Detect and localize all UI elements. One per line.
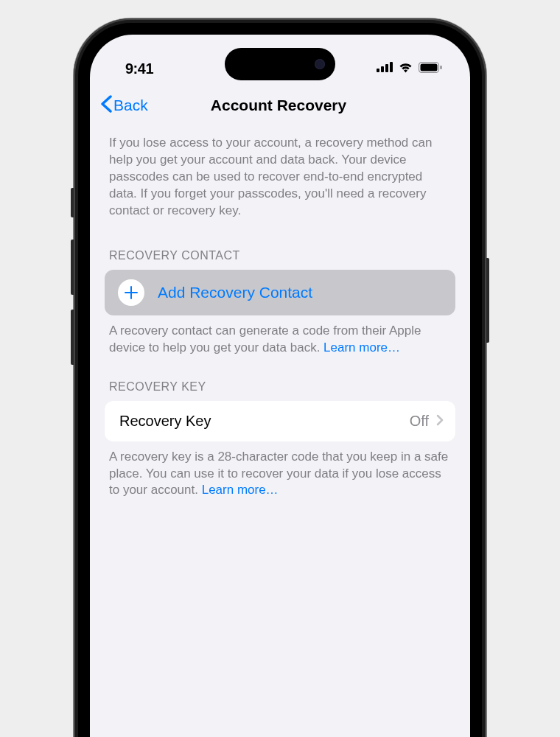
dynamic-island bbox=[225, 48, 335, 80]
recovery-key-trailing: Off bbox=[410, 413, 444, 430]
chevron-left-icon bbox=[100, 94, 112, 116]
side-button bbox=[486, 258, 489, 343]
svg-rect-1 bbox=[381, 66, 384, 72]
front-camera bbox=[315, 59, 325, 69]
plus-icon bbox=[118, 279, 144, 306]
content-area: If you lose access to your account, a re… bbox=[90, 126, 470, 499]
recovery-key-group: Recovery Key Off bbox=[105, 401, 455, 441]
status-icons bbox=[377, 62, 444, 76]
svg-rect-0 bbox=[377, 69, 379, 72]
back-button[interactable]: Back bbox=[100, 94, 148, 116]
recovery-key-value: Off bbox=[410, 413, 429, 430]
recovery-key-label: Recovery Key bbox=[119, 413, 211, 430]
recovery-contact-footer: A recovery contact can generate a code f… bbox=[105, 315, 455, 357]
recovery-contact-group: Add Recovery Contact bbox=[105, 270, 455, 315]
silent-switch bbox=[71, 188, 74, 217]
svg-rect-5 bbox=[421, 63, 438, 71]
phone-inner-frame: 9:41 bbox=[78, 23, 482, 737]
recovery-contact-header: RECOVERY CONTACT bbox=[105, 226, 455, 270]
svg-rect-3 bbox=[390, 62, 393, 72]
volume-down-button bbox=[71, 310, 74, 365]
recovery-key-footer: A recovery key is a 28-character code th… bbox=[105, 441, 455, 500]
battery-icon bbox=[419, 62, 442, 76]
recovery-key-learn-more-link[interactable]: Learn more… bbox=[202, 483, 279, 497]
page-title: Account Recovery bbox=[211, 97, 346, 114]
back-label: Back bbox=[113, 97, 148, 114]
add-recovery-contact-label: Add Recovery Contact bbox=[158, 284, 312, 301]
add-recovery-contact-button[interactable]: Add Recovery Contact bbox=[105, 270, 455, 315]
navigation-bar: Back Account Recovery bbox=[90, 85, 470, 126]
wifi-icon bbox=[398, 62, 413, 76]
phone-frame: 9:41 bbox=[74, 18, 486, 737]
recovery-key-header: RECOVERY KEY bbox=[105, 357, 455, 401]
svg-rect-6 bbox=[441, 66, 442, 69]
cellular-icon bbox=[377, 62, 393, 75]
chevron-right-icon bbox=[436, 413, 444, 430]
volume-up-button bbox=[71, 240, 74, 295]
svg-rect-2 bbox=[385, 64, 388, 72]
recovery-key-row[interactable]: Recovery Key Off bbox=[105, 401, 455, 441]
screen: 9:41 bbox=[90, 35, 470, 737]
status-time: 9:41 bbox=[116, 60, 153, 77]
intro-description: If you lose access to your account, a re… bbox=[105, 126, 455, 226]
recovery-contact-learn-more-link[interactable]: Learn more… bbox=[323, 340, 400, 354]
